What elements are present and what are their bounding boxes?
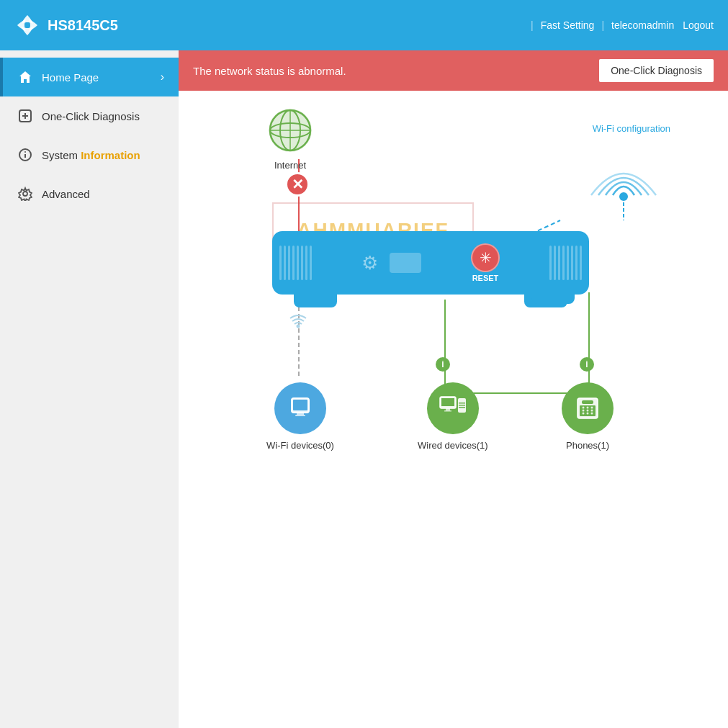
svg-rect-31 bbox=[441, 398, 454, 406]
alert-banner: The network status is abnormal. One-Clic… bbox=[179, 50, 728, 91]
home-icon bbox=[17, 69, 33, 85]
reset-label: RESET bbox=[472, 274, 499, 282]
wifi-device-node[interactable]: Wi-Fi devices(0) bbox=[266, 382, 334, 451]
error-indicator: ✕ bbox=[285, 172, 310, 197]
sidebar-home-label: Home Page bbox=[42, 71, 99, 84]
svg-point-46 bbox=[591, 410, 593, 412]
sidebar-advanced-label: Advanced bbox=[42, 188, 90, 200]
svg-point-43 bbox=[591, 407, 593, 409]
sidebar-diagnosis-label: One-Click Diagnosis bbox=[42, 110, 140, 122]
svg-point-20 bbox=[270, 110, 310, 150]
wired-device-label: Wired devices(1) bbox=[418, 440, 488, 451]
wifi-device-icon bbox=[274, 382, 326, 434]
internet-node: Internet bbox=[265, 105, 315, 171]
sidebar-item-advanced[interactable]: Advanced bbox=[0, 174, 179, 213]
app-title: HS8145C5 bbox=[48, 17, 118, 34]
nav-divider2: | bbox=[597, 19, 608, 31]
svg-rect-26 bbox=[293, 400, 307, 410]
svg-point-23 bbox=[297, 325, 300, 328]
svg-rect-27 bbox=[297, 413, 304, 415]
sidebar-item-sysinfo[interactable]: System Information bbox=[0, 135, 179, 174]
logo: HS8145C5 bbox=[14, 12, 118, 38]
sidebar-arrow-icon: › bbox=[161, 71, 164, 84]
logout-link[interactable]: Logout bbox=[683, 19, 714, 31]
sysinfo-icon bbox=[17, 147, 33, 163]
main-content: The network status is abnormal. One-Clic… bbox=[179, 50, 728, 728]
diagnosis-icon bbox=[17, 108, 33, 124]
reset-icon: ✳ bbox=[471, 243, 500, 272]
layout: Home Page › One-Click Diagnosis bbox=[0, 50, 728, 728]
phone-info-dot: i bbox=[580, 357, 594, 372]
svg-point-45 bbox=[587, 410, 589, 412]
wifi-config-label: Wi-Fi configuration bbox=[593, 123, 670, 134]
svg-rect-28 bbox=[295, 415, 305, 416]
nav-divider1: | bbox=[526, 19, 538, 31]
wifi-small-icon bbox=[288, 313, 308, 333]
wired-device-node[interactable]: Wired devices(1) bbox=[418, 382, 488, 451]
wifi-waves bbox=[577, 138, 670, 224]
svg-point-47 bbox=[583, 413, 585, 415]
router-grill-right bbox=[549, 241, 582, 284]
svg-point-42 bbox=[587, 407, 589, 409]
sidebar-sysinfo-label: System Information bbox=[42, 149, 140, 161]
reset-area[interactable]: ✳ RESET bbox=[471, 243, 500, 282]
svg-point-41 bbox=[583, 407, 585, 409]
router-foot-right bbox=[531, 292, 575, 304]
svg-rect-36 bbox=[459, 405, 465, 406]
wifi-device-label: Wi-Fi devices(0) bbox=[266, 440, 334, 451]
globe-icon bbox=[265, 105, 315, 156]
svg-rect-37 bbox=[459, 407, 465, 408]
network-diagram: Internet ✕ Wi-Fi configuration bbox=[179, 91, 728, 728]
router-port-icon bbox=[390, 253, 421, 273]
svg-point-5 bbox=[24, 151, 26, 153]
sidebar-item-home[interactable]: Home Page › bbox=[0, 58, 179, 96]
sidebar: Home Page › One-Click Diagnosis bbox=[0, 50, 179, 728]
wired-info-dot: i bbox=[436, 357, 450, 372]
svg-point-49 bbox=[591, 413, 593, 415]
svg-rect-35 bbox=[459, 403, 465, 404]
svg-point-48 bbox=[587, 413, 589, 415]
router-device: ⚙ ✳ RESET bbox=[272, 231, 589, 295]
router-grill-left bbox=[279, 241, 312, 284]
alert-message: The network status is abnormal. bbox=[193, 65, 346, 77]
internet-label: Internet bbox=[274, 160, 306, 171]
svg-point-6 bbox=[23, 192, 27, 196]
svg-point-44 bbox=[583, 410, 585, 412]
router-settings-icon: ⚙ bbox=[361, 252, 378, 274]
header: HS8145C5 | Fast Setting | telecomadmin L… bbox=[0, 0, 728, 50]
header-navigation: | Fast Setting | telecomadmin Logout bbox=[526, 19, 714, 31]
phone-node[interactable]: Phones(1) bbox=[562, 382, 614, 451]
router-foot-left bbox=[294, 292, 337, 304]
svg-rect-33 bbox=[444, 410, 451, 412]
wired-device-icon bbox=[427, 382, 479, 434]
phone-icon bbox=[562, 382, 614, 434]
sidebar-item-diagnosis[interactable]: One-Click Diagnosis bbox=[0, 96, 179, 135]
svg-rect-32 bbox=[446, 408, 450, 410]
phone-label: Phones(1) bbox=[566, 440, 609, 451]
svg-rect-50 bbox=[582, 400, 593, 404]
advanced-gear-icon bbox=[17, 186, 33, 202]
fast-setting-link[interactable]: Fast Setting bbox=[541, 19, 595, 31]
router-center-icons: ⚙ bbox=[361, 252, 421, 274]
one-click-diagnosis-button[interactable]: One-Click Diagnosis bbox=[599, 59, 714, 82]
username-link[interactable]: telecomadmin bbox=[611, 19, 674, 31]
